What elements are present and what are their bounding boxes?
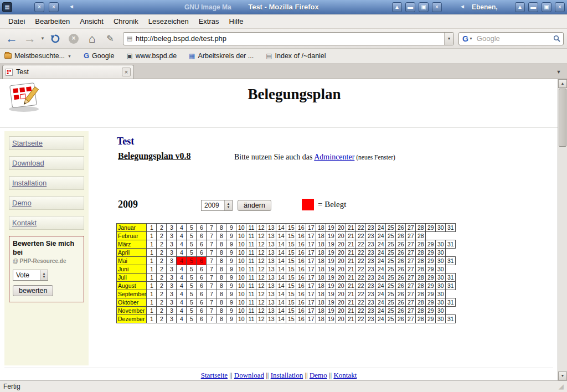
calendar-table-body: Januar1234567891011121314151617181920212… [117,224,456,323]
day-cell: 6 [197,307,207,315]
scrollbar-thumb[interactable] [559,89,566,147]
day-cell: 11 [246,232,256,240]
menu-item-chronik[interactable]: Chronik [109,15,143,28]
sidebar-item-startseite[interactable]: Startseite [9,136,84,150]
footer-link-download[interactable]: Download [234,371,264,379]
sidebar-item-kontakt[interactable]: Kontakt [9,216,84,230]
day-cell: 30 [436,224,446,232]
home-button[interactable]: ⌂ [84,30,100,47]
year-select-spinner-icon[interactable]: ▲▼ [224,200,232,210]
url-text[interactable]: http://beleg.bspd.de/test.php [136,34,444,43]
url-dropdown-icon[interactable]: ▼ [444,33,453,45]
day-cell: 5 [187,307,197,315]
day-cell: 3 [167,240,177,249]
day-cell: 3 [167,290,177,298]
footer-link-demo[interactable]: Demo [310,371,327,379]
side-minimize-button-icon[interactable]: ▬ [528,2,538,12]
year-select[interactable]: 2009 ▲▼ [201,200,233,211]
search-input[interactable]: Google [475,34,553,43]
sidebar-item-download[interactable]: Download [9,156,84,170]
footer-separator: || [264,371,271,379]
bookmark-item[interactable]: ▦Arbeitskreis der ... [189,52,254,60]
side-shade-button-icon[interactable]: ▲ [515,2,525,12]
search-bar[interactable]: G ▼ Google [458,32,564,45]
scroll-up-icon[interactable]: ▲ [558,79,567,88]
calendar-month-row: Dezember12345678910111213141516171819202… [117,315,456,323]
day-cell: 24 [376,298,386,307]
back-button[interactable]: ← [3,30,20,47]
mini-close-icon-2[interactable]: × [49,2,59,12]
day-cell: 13 [266,274,276,282]
side-close-button-icon[interactable]: × [555,2,565,12]
day-cell: 5 [187,240,197,249]
day-cell: 17 [306,257,316,265]
footer-link-installation[interactable]: Installation [271,371,303,379]
minimize-button-icon[interactable]: ▬ [405,2,415,12]
day-cell: 4 [177,307,187,315]
day-cell: 29 [426,265,436,274]
search-go-button[interactable] [553,35,563,42]
window-titlebar[interactable]: GNU Image Ma Test - Mozilla Firefox ▦ × … [0,0,567,14]
engine-dropdown-icon[interactable]: ▼ [469,37,475,40]
forward-button[interactable]: → [22,30,38,47]
menu-item-hilfe[interactable]: Hilfe [224,15,249,28]
day-cell: 22 [356,274,366,282]
menu-item-extras[interactable]: Extras [194,15,224,28]
footer-link-startseite[interactable]: Startseite [201,371,228,379]
day-cell: 31 [446,315,456,323]
tab-list-dropdown-icon[interactable]: ▼ [553,65,565,79]
footer-separator: || [303,371,310,379]
day-cell: 29 [426,274,436,282]
day-cell: 25 [386,290,396,298]
menu-item-bearbeiten[interactable]: Bearbeiten [30,15,75,28]
bookmark-item[interactable]: GGoogle [84,52,114,60]
bookmark-item[interactable]: ▣www.bspd.de [126,52,177,60]
tab-close-icon[interactable]: × [122,68,131,76]
bookmark-item[interactable]: ▤Index of /~daniel [266,52,326,60]
mini-close-icon[interactable]: × [34,2,44,12]
day-cell: 8 [217,249,226,257]
day-cell: 2 [157,315,167,323]
sidebar-item-installation[interactable]: Installation [9,176,84,190]
stop-button[interactable]: × [65,30,82,47]
menu-item-datei[interactable]: Datei [3,15,30,28]
shade-button-icon[interactable]: ▲ [392,2,402,12]
day-cell: 24 [376,274,386,282]
day-cell: 1 [147,249,157,257]
maximize-button-icon[interactable]: ▣ [419,2,429,12]
vote-select[interactable]: Vote ▲▼ [13,270,48,281]
day-cell: 21 [346,224,356,232]
sidebar-item-demo[interactable]: Demo [9,196,84,210]
vote-submit-button[interactable]: bewerten [13,285,53,296]
reload-button[interactable] [47,30,64,47]
day-cell: 11 [246,224,256,232]
day-cell: 26 [396,265,406,274]
vote-select-spinner-icon[interactable]: ▲▼ [40,270,48,280]
admincenter-link[interactable]: Admincenter [314,153,354,161]
day-cell: 11 [246,265,256,274]
tab-label[interactable]: Test [16,68,118,76]
change-year-button[interactable]: ändern [238,200,271,211]
day-cell: 5 [187,290,197,298]
menu-item-ansicht[interactable]: Ansicht [75,15,109,28]
menu-item-lesezeichen[interactable]: Lesezeichen [143,15,194,28]
side-maximize-button-icon[interactable]: ▣ [542,2,551,12]
day-cell: 22 [356,232,366,240]
google-engine-icon[interactable]: G [459,34,469,43]
day-cell: 10 [236,232,246,240]
day-cell: 20 [336,307,346,315]
bookmark-item[interactable]: Meistbesuchte...▼ [4,52,71,60]
history-dropdown-icon[interactable]: ▼ [40,36,45,41]
footer-link-kontakt[interactable]: Kontakt [333,371,357,379]
resize-grip-icon[interactable]: ◢ [559,383,564,390]
tab-test[interactable]: Test × [2,65,134,79]
vertical-scrollbar[interactable]: ▲ ▼ [558,79,567,380]
day-cell: 22 [356,249,366,257]
url-bar[interactable]: ▤ http://beleg.bspd.de/test.php ▼ [123,32,454,45]
edit-button[interactable]: ✎ [102,30,118,47]
day-cell: 27 [406,240,416,249]
scroll-down-icon[interactable]: ▼ [558,372,567,380]
day-cell: 24 [376,249,386,257]
close-button-icon[interactable]: × [432,2,442,12]
day-cell: 21 [346,265,356,274]
